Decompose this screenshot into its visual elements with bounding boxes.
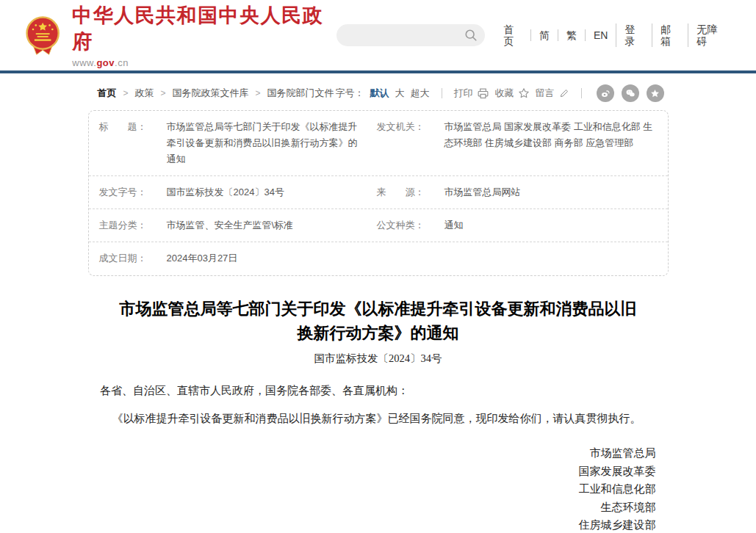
meta-label-doc-number: 发文字号： — [89, 176, 156, 209]
nav-traditional[interactable]: 繁 — [558, 29, 585, 41]
site-logo[interactable]: 中华人民共和国中央人民政府 www.gov.cn — [22, 2, 336, 68]
signer: 市场监管总局 — [88, 444, 656, 463]
toolbar-divider — [442, 88, 442, 98]
nav-english[interactable]: EN — [585, 29, 616, 41]
breadcrumb-policy-library[interactable]: 国务院政策文件库 — [173, 87, 249, 100]
document-article: 市场监管总局等七部门关于印发《以标准提升牵引设备更新和消费品以旧换新行动方案》的… — [88, 286, 669, 533]
signer: 生态环境部 — [88, 498, 656, 517]
salutation-paragraph: 各省、自治区、直辖市人民政府，国务院各部委、各直属机构： — [88, 382, 669, 400]
main-content: 首页 > 政策 > 国务院政策文件库 > 国务院部门文件 字号： 默认 大 超大… — [88, 82, 669, 533]
breadcrumb-policy[interactable]: 政策 — [135, 87, 154, 100]
breadcrumb-separator: > — [123, 88, 129, 98]
nav-simplified[interactable]: 简 — [530, 29, 558, 41]
meta-value-title: 市场监管总局等七部门关于印发《以标准提升牵引设备更新和消费品以旧换新行动方案》的… — [156, 111, 367, 175]
search-box[interactable] — [336, 24, 485, 46]
nav-home[interactable]: 首页 — [495, 23, 530, 47]
site-header: 中华人民共和国中央人民政府 www.gov.cn 首页 简 繁 EN 登录 邮箱… — [0, 0, 756, 70]
document-meta-table: 标 题： 市场监管总局等七部门关于印发《以标准提升牵引设备更新和消费品以旧换新行… — [88, 110, 669, 276]
breadcrumb-home[interactable]: 首页 — [98, 87, 117, 100]
weibo-icon — [600, 87, 611, 99]
font-size-default-button[interactable]: 默认 — [370, 87, 389, 100]
meta-value-subject-category: 市场监管、安全生产监管\标准 — [156, 209, 367, 242]
share-buttons — [597, 84, 664, 102]
breadcrumb-separator: > — [161, 88, 166, 98]
font-size-label: 字号： — [336, 87, 364, 100]
weibo-share-button[interactable] — [597, 84, 614, 102]
meta-label-source: 来 源： — [367, 176, 434, 209]
meta-value-doc-type: 通知 — [434, 209, 668, 242]
meta-label-subject-category: 主题分类： — [89, 209, 156, 242]
meta-label-signing-date: 成文日期： — [89, 242, 156, 275]
meta-value-signing-date: 2024年03月27日 — [156, 242, 668, 275]
search-input[interactable] — [336, 24, 485, 46]
font-size-large-button[interactable]: 大 — [395, 87, 405, 100]
qzone-star-icon — [649, 88, 660, 99]
favorite-button[interactable]: 收藏 — [495, 87, 530, 100]
qzone-share-button[interactable] — [647, 84, 664, 102]
breadcrumb-separator: > — [256, 88, 261, 98]
meta-label-doc-type: 公文种类： — [367, 209, 434, 242]
breadcrumb-department-docs[interactable]: 国务院部门文件 — [267, 87, 334, 100]
wechat-share-button[interactable] — [622, 84, 639, 102]
meta-value-source: 市场监管总局网站 — [434, 176, 668, 209]
star-icon — [518, 87, 530, 99]
search-icon[interactable] — [464, 29, 478, 42]
meta-row-title-agency: 标 题： 市场监管总局等七部门关于印发《以标准提升牵引设备更新和消费品以旧换新行… — [89, 111, 668, 176]
comment-button[interactable]: 留言 — [536, 87, 569, 100]
pencil-icon — [558, 88, 569, 99]
printer-icon — [477, 87, 489, 100]
nav-login[interactable]: 登录 — [616, 23, 652, 47]
document-number: 国市监标技发〔2024〕34号 — [88, 352, 669, 366]
breadcrumb-toolbar-row: 首页 > 政策 > 国务院政策文件库 > 国务院部门文件 字号： 默认 大 超大… — [88, 82, 669, 104]
print-button[interactable]: 打印 — [454, 87, 489, 100]
meta-label-issuing-agency: 发文机关： — [367, 111, 434, 175]
site-title: 中华人民共和国中央人民政府 — [72, 2, 336, 55]
body-paragraph: 《以标准提升牵引设备更新和消费品以旧换新行动方案》已经国务院同意，现印发给你们，… — [88, 410, 669, 428]
site-url: www.gov.cn — [72, 57, 336, 68]
top-nav: 首页 简 繁 EN 登录 邮箱 无障碍 — [495, 23, 733, 47]
meta-row-category-type: 主题分类： 市场监管、安全生产监管\标准 公文种类： 通知 — [89, 209, 668, 242]
header-divider — [0, 70, 756, 73]
meta-row-date: 成文日期： 2024年03月27日 — [89, 242, 668, 275]
national-emblem-icon — [22, 14, 63, 57]
document-title: 市场监管总局等七部门关于印发《以标准提升牵引设备更新和消费品以旧换新行动方案》的… — [88, 286, 669, 345]
meta-label-title: 标 题： — [89, 111, 156, 175]
nav-mail[interactable]: 邮箱 — [652, 23, 688, 47]
nav-accessibility[interactable]: 无障碍 — [688, 23, 733, 47]
meta-value-issuing-agency: 市场监管总局 国家发展改革委 工业和信息化部 生态环境部 住房城乡建设部 商务部… — [434, 111, 668, 175]
signature-block: 市场监管总局 国家发展改革委 工业和信息化部 生态环境部 住房城乡建设部 商务部… — [88, 444, 669, 533]
breadcrumb: 首页 > 政策 > 国务院政策文件库 > 国务院部门文件 — [98, 87, 334, 100]
signer: 工业和信息化部 — [88, 480, 656, 498]
page-toolbar: 字号： 默认 大 超大 打印 收藏 留言 — [336, 84, 664, 102]
font-size-xlarge-button[interactable]: 超大 — [411, 87, 430, 100]
meta-value-doc-number: 国市监标技发〔2024〕34号 — [156, 176, 367, 209]
toolbar-divider — [581, 88, 582, 98]
meta-row-number-source: 发文字号： 国市监标技发〔2024〕34号 来 源： 市场监管总局网站 — [89, 176, 668, 209]
wechat-icon — [624, 87, 636, 99]
signer: 住房城乡建设部 — [88, 516, 656, 533]
signer: 国家发展改革委 — [88, 463, 656, 481]
